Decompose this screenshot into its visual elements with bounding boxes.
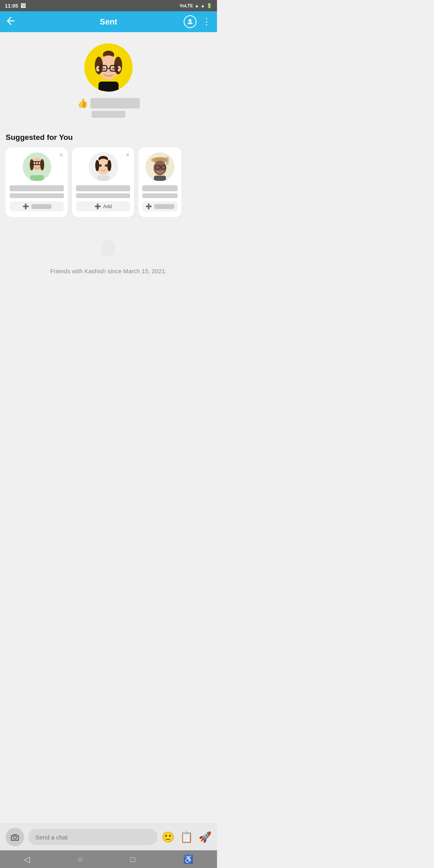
- status-time: 11:05: [5, 3, 18, 9]
- back-button[interactable]: [6, 16, 15, 27]
- card-action-label-1: [31, 204, 51, 209]
- profile-name: [90, 98, 139, 108]
- card-action-3[interactable]: ➕: [142, 201, 178, 211]
- profile-username: [92, 111, 125, 118]
- card-name-1: [10, 185, 64, 191]
- suggested-card-1: × ➕: [6, 147, 68, 217]
- svg-rect-26: [30, 175, 44, 181]
- suggested-cards: × ➕: [6, 147, 211, 217]
- card-name-3: [142, 185, 178, 191]
- signal-icon: ▲: [201, 3, 205, 8]
- friends-since-section: Friends with Kashish since March 15, 202…: [0, 217, 217, 287]
- page-title: Sent: [100, 17, 117, 27]
- card-avatar-1[interactable]: [23, 152, 51, 181]
- profile-section: 👍: [0, 32, 217, 125]
- photo-icon: 🖼: [20, 3, 26, 9]
- battery-icon: 🔋: [207, 3, 212, 8]
- add-friend-button[interactable]: [184, 15, 197, 28]
- svg-rect-44: [154, 176, 166, 181]
- card-avatar-2[interactable]: [89, 152, 118, 181]
- svg-point-31: [107, 160, 111, 171]
- wifi-icon: ▲: [194, 3, 199, 8]
- suggested-card-2: ×: [72, 147, 134, 217]
- card-action-label-3: [154, 204, 174, 209]
- card-action-2[interactable]: ➕ Add: [76, 201, 130, 211]
- status-left: 11:05 🖼: [5, 3, 26, 9]
- card-sub-1: [10, 193, 64, 198]
- svg-point-33: [105, 164, 107, 167]
- more-options-button[interactable]: ⋮: [202, 16, 211, 27]
- svg-rect-34: [97, 175, 109, 181]
- friends-since-text: Friends with Kashish since March 15, 202…: [50, 268, 167, 274]
- top-bar: Sent ⋮: [0, 11, 217, 32]
- card-avatar-3[interactable]: [145, 152, 174, 181]
- snapchat-ghost-icon: [98, 238, 119, 263]
- status-right: VoLTE ▲ ▲ 🔋: [180, 3, 212, 8]
- svg-point-32: [99, 164, 102, 167]
- profile-name-row: 👍: [77, 98, 139, 108]
- card-sub-3: [142, 193, 178, 198]
- avatar[interactable]: [84, 43, 133, 92]
- suggested-title: Suggested for You: [6, 133, 211, 142]
- card-name-2: [76, 185, 130, 191]
- top-bar-actions: ⋮: [184, 15, 211, 28]
- card-close-1[interactable]: ×: [59, 151, 63, 159]
- card-close-2[interactable]: ×: [126, 151, 129, 159]
- svg-rect-18: [98, 82, 119, 92]
- card-action-1[interactable]: ➕: [10, 201, 64, 211]
- status-bar: 11:05 🖼 VoLTE ▲ ▲ 🔋: [0, 0, 217, 11]
- suggested-section: Suggested for You ×: [0, 125, 217, 217]
- card-action-label-2: Add: [103, 204, 112, 209]
- volte-label: VoLTE: [180, 3, 193, 8]
- card-sub-2: [76, 193, 130, 198]
- svg-point-30: [95, 160, 99, 171]
- thumbs-up-emoji: 👍: [77, 98, 88, 108]
- suggested-card-3: ➕: [138, 147, 182, 217]
